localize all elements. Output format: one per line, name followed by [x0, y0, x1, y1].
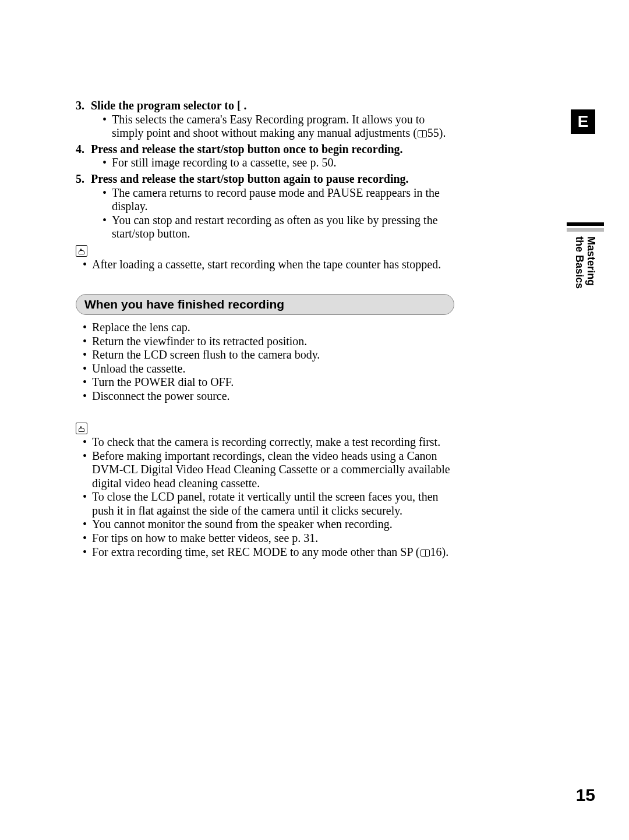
body-text: ). — [442, 545, 449, 558]
body-text: The camera returns to record pause mode … — [112, 186, 440, 213]
body-text: After loading a cassette, start recordin… — [92, 258, 441, 271]
step-title: Slide the program selector to [ . — [91, 99, 247, 113]
note-icon — [76, 423, 87, 434]
list-item: Return the viewfinder to its retracted p… — [83, 335, 454, 349]
section-side-label: Mastering the Basics — [565, 222, 606, 292]
section-heading-text: When you have finished recording — [84, 297, 284, 312]
list-item: Disconnect the power source. — [83, 389, 454, 403]
note-block-2: To check that the camera is recording co… — [76, 421, 454, 559]
language-tab: E — [571, 109, 595, 134]
body-text: To check that the camera is recording co… — [92, 435, 440, 448]
body-text: Turn the POWER dial to OFF. — [92, 375, 234, 388]
list-item: To close the LCD panel, rotate it vertic… — [83, 490, 454, 518]
page-root: E Mastering the Basics Slide the program… — [0, 0, 629, 840]
list-item: Unload the cassette. — [83, 362, 454, 376]
list-item: Return the LCD screen flush to the camer… — [83, 348, 454, 362]
body-text: Unload the cassette. — [92, 362, 186, 375]
section-heading-box: When you have finished recording — [76, 294, 454, 315]
step-4-sub-1: For still image recording to a cassette,… — [103, 156, 454, 170]
step-number — [76, 172, 91, 186]
side-bar-light — [567, 228, 604, 232]
step-5-sub-2: You can stop and restart recording as of… — [103, 214, 454, 241]
side-label-text: Mastering the Basics — [574, 236, 597, 289]
step-number — [76, 143, 91, 157]
finish-list: Replace the lens cap. Return the viewfin… — [83, 321, 454, 403]
note-1: After loading a cassette, start recordin… — [83, 258, 454, 272]
step-3: Slide the program selector to [ . This s… — [76, 99, 454, 140]
list-item: Before making important recordings, clea… — [83, 449, 454, 491]
list-item: For tips on how to make better videos, s… — [83, 531, 454, 545]
step-5-sub-1: The camera returns to record pause mode … — [103, 186, 454, 214]
list-item: You cannot monitor the sound from the sp… — [83, 518, 454, 531]
step-title: Press and release the start/stop button … — [91, 143, 403, 157]
step-number — [76, 99, 91, 113]
book-icon — [418, 130, 427, 137]
body-text: For extra recording time, set REC MODE t… — [92, 545, 420, 558]
step-5: Press and release the start/stop button … — [76, 172, 454, 241]
note-icon — [76, 245, 87, 257]
step-4: Press and release the start/stop button … — [76, 143, 454, 170]
body-text: ). — [439, 126, 446, 139]
body-text: Replace the lens cap. — [92, 321, 190, 334]
body-text: Before making important recordings, clea… — [92, 449, 450, 490]
body-text: Return the LCD screen flush to the camer… — [92, 348, 320, 361]
body-text: This selects the camera's Easy Recording… — [112, 113, 425, 140]
body-text: You cannot monitor the sound from the sp… — [92, 518, 393, 530]
body-text: Return the viewfinder to its retracted p… — [92, 335, 307, 348]
ref-num: 55 — [427, 126, 439, 139]
list-item: Turn the POWER dial to OFF. — [83, 375, 454, 389]
body-text: For tips on how to make better videos, s… — [92, 531, 318, 544]
page-number: 15 — [576, 785, 595, 805]
content-column: Slide the program selector to [ . This s… — [76, 99, 454, 559]
list-item: For extra recording time, set REC MODE t… — [83, 545, 454, 559]
body-text: You can stop and restart recording as of… — [112, 214, 438, 240]
ref-num: 16 — [430, 545, 442, 558]
list-item: To check that the camera is recording co… — [83, 435, 454, 449]
book-icon — [420, 550, 430, 557]
body-text: For still image recording to a cassette,… — [112, 156, 336, 169]
side-label-line1: Mastering — [585, 236, 597, 286]
body-text: To close the LCD panel, rotate it vertic… — [92, 490, 439, 517]
step-3-sub-1: This selects the camera's Easy Recording… — [103, 113, 454, 140]
step-title: Press and release the start/stop button … — [91, 172, 409, 186]
side-bar-dark — [567, 222, 604, 226]
steps-list: Slide the program selector to [ . This s… — [76, 99, 454, 241]
side-label-line2: the Basics — [574, 236, 585, 289]
list-item: Replace the lens cap. — [83, 321, 454, 335]
body-text: Disconnect the power source. — [92, 389, 230, 402]
note-block-1: After loading a cassette, start recordin… — [76, 243, 454, 272]
